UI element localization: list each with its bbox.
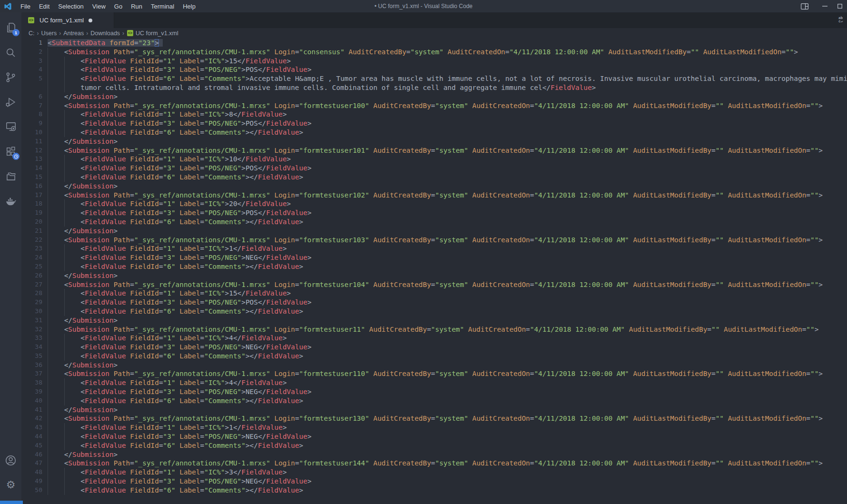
source-control-icon[interactable] — [0, 65, 21, 89]
line-number[interactable]: 18 — [21, 199, 42, 208]
menu-terminal[interactable]: Terminal — [147, 0, 178, 12]
code-row[interactable]: 33<FieldValue FieldId="1" Label="IC%">4<… — [48, 334, 847, 343]
code-row[interactable]: 9<FieldValue FieldId="3" Label="POS/NEG"… — [48, 119, 847, 128]
code-row[interactable]: 10<FieldValue FieldId="6" Label="Comment… — [48, 128, 847, 137]
code-line[interactable]: 15<FieldValue FieldId="6" Label="Comment… — [48, 173, 847, 182]
code-line[interactable]: 46</Submission> — [48, 450, 847, 459]
layout-icon[interactable] — [795, 0, 815, 12]
line-number[interactable]: 6 — [21, 92, 42, 101]
code-row[interactable]: 34<FieldValue FieldId="3" Label="POS/NEG… — [48, 343, 847, 352]
code-row[interactable]: 23<FieldValue FieldId="1" Label="IC%">1<… — [48, 244, 847, 253]
line-number[interactable]: 31 — [21, 316, 42, 325]
line-number[interactable]: 39 — [21, 387, 42, 396]
line-number[interactable]: 15 — [21, 173, 42, 182]
code-line[interactable]: 3<FieldValue FieldId="1" Label="IC%">15<… — [48, 57, 847, 66]
code-line[interactable]: 10<FieldValue FieldId="6" Label="Comment… — [48, 128, 847, 137]
code-line[interactable]: 36</Submission> — [48, 361, 847, 370]
code-row[interactable]: 18<FieldValue FieldId="1" Label="IC%">20… — [48, 199, 847, 208]
code-row[interactable]: 3<FieldValue FieldId="1" Label="IC%">15<… — [48, 57, 847, 66]
code-row[interactable]: 16</Submission> — [48, 182, 847, 191]
line-number[interactable]: 33 — [21, 334, 42, 343]
settings-gear-icon[interactable]: ⚙ — [0, 473, 21, 497]
code-row[interactable]: tumor cells. Intratumoral and stromal in… — [48, 83, 847, 92]
code-line[interactable]: 24<FieldValue FieldId="3" Label="POS/NEG… — [48, 253, 847, 262]
code-line[interactable]: 6</Submission> — [48, 92, 847, 101]
line-number[interactable]: 50 — [21, 486, 42, 495]
code-row[interactable]: 43<FieldValue FieldId="1" Label="IC%">1<… — [48, 423, 847, 432]
line-number[interactable]: 3 — [21, 57, 42, 66]
menu-run[interactable]: Run — [127, 0, 147, 12]
line-number[interactable]: 44 — [21, 432, 42, 441]
code-line[interactable]: 31</Submission> — [48, 316, 847, 325]
remote-explorer-icon[interactable] — [0, 114, 21, 139]
line-number[interactable]: 8 — [21, 110, 42, 119]
line-number[interactable]: 26 — [21, 271, 42, 280]
line-number[interactable]: 45 — [21, 441, 42, 450]
code-line[interactable]: 47<Submission Path="_sys_ref/annotations… — [48, 459, 847, 468]
code-row[interactable]: 37<Submission Path="_sys_ref/annotations… — [48, 369, 847, 378]
code-line[interactable]: 28<FieldValue FieldId="1" Label="IC%">15… — [48, 289, 847, 298]
code-line[interactable]: 19<FieldValue FieldId="3" Label="POS/NEG… — [48, 208, 847, 217]
extensions-icon[interactable] — [0, 139, 21, 164]
code-line[interactable]: 44<FieldValue FieldId="3" Label="POS/NEG… — [48, 432, 847, 441]
line-number[interactable]: 21 — [21, 227, 42, 236]
code-line[interactable]: 43<FieldValue FieldId="1" Label="IC%">1<… — [48, 423, 847, 432]
code-line[interactable]: 11</Submission> — [48, 137, 847, 146]
line-number[interactable]: 46 — [21, 450, 42, 459]
line-number[interactable]: 35 — [21, 352, 42, 361]
code-line[interactable]: 38<FieldValue FieldId="1" Label="IC%">4<… — [48, 378, 847, 387]
code-line[interactable]: 33<FieldValue FieldId="1" Label="IC%">4<… — [48, 334, 847, 343]
code-row[interactable]: 31</Submission> — [48, 316, 847, 325]
code-line[interactable]: 5<FieldValue FieldId="6" Label="Comments… — [48, 74, 847, 92]
breadcrumb-drive[interactable]: C: — [28, 30, 35, 37]
code-row[interactable]: 36</Submission> — [48, 361, 847, 370]
code-row[interactable]: 27<Submission Path="_sys_ref/annotations… — [48, 280, 847, 289]
menu-view[interactable]: View — [88, 0, 110, 12]
line-number[interactable]: 32 — [21, 325, 42, 334]
minimize-icon[interactable] — [815, 0, 835, 12]
line-number[interactable]: 11 — [21, 137, 42, 146]
code-line[interactable]: 39<FieldValue FieldId="3" Label="POS/NEG… — [48, 387, 847, 396]
line-number[interactable]: 36 — [21, 361, 42, 370]
code-line[interactable]: 45<FieldValue FieldId="6" Label="Comment… — [48, 441, 847, 450]
editor-pane[interactable]: 1<SubmittedData formId="23">2<Submission… — [21, 38, 847, 504]
code-row[interactable]: 22<Submission Path="_sys_ref/annotations… — [48, 236, 847, 245]
code-line[interactable]: 48<FieldValue FieldId="1" Label="IC%">3<… — [48, 468, 847, 477]
code-line[interactable]: 9<FieldValue FieldId="3" Label="POS/NEG"… — [48, 119, 847, 128]
code-line[interactable]: 40<FieldValue FieldId="6" Label="Comment… — [48, 396, 847, 405]
menu-help[interactable]: Help — [178, 0, 200, 12]
code-line[interactable]: 17<Submission Path="_sys_ref/annotations… — [48, 191, 847, 200]
code-row[interactable]: 12<Submission Path="_sys_ref/annotations… — [48, 146, 847, 155]
line-number[interactable]: 2 — [21, 48, 42, 57]
line-number[interactable]: 17 — [21, 191, 42, 200]
search-icon[interactable] — [0, 40, 21, 65]
code-row[interactable]: 21</Submission> — [48, 227, 847, 236]
code-line[interactable]: 21</Submission> — [48, 227, 847, 236]
code-row[interactable]: 25<FieldValue FieldId="6" Label="Comment… — [48, 262, 847, 271]
line-number[interactable]: 25 — [21, 262, 42, 271]
code-line[interactable]: 50<FieldValue FieldId="6" Label="Comment… — [48, 486, 847, 495]
code-row[interactable]: 45<FieldValue FieldId="6" Label="Comment… — [48, 441, 847, 450]
code-line[interactable]: 7<Submission Path="_sys_ref/annotations/… — [48, 101, 847, 110]
line-number[interactable]: 4 — [21, 65, 42, 74]
line-number[interactable]: 16 — [21, 182, 42, 191]
code-area[interactable]: 1<SubmittedData formId="23">2<Submission… — [21, 38, 847, 495]
code-line[interactable]: 2<Submission Path="_sys_ref/annotations/… — [48, 48, 847, 57]
folders-icon[interactable] — [0, 164, 21, 188]
line-number[interactable]: 10 — [21, 128, 42, 137]
code-row[interactable]: 20<FieldValue FieldId="6" Label="Comment… — [48, 217, 847, 227]
code-line[interactable]: 4<FieldValue FieldId="3" Label="POS/NEG"… — [48, 65, 847, 74]
code-line[interactable]: 1<SubmittedData formId="23"> — [48, 39, 847, 48]
menu-selection[interactable]: Selection — [54, 0, 88, 12]
line-number[interactable]: 23 — [21, 244, 42, 253]
line-number[interactable]: 7 — [21, 101, 42, 110]
code-row[interactable]: 15<FieldValue FieldId="6" Label="Comment… — [48, 173, 847, 182]
code-line[interactable]: 29<FieldValue FieldId="3" Label="POS/NEG… — [48, 298, 847, 307]
code-row[interactable]: 44<FieldValue FieldId="3" Label="POS/NEG… — [48, 432, 847, 441]
code-line[interactable]: 13<FieldValue FieldId="1" Label="IC%">10… — [48, 155, 847, 164]
code-line[interactable]: 34<FieldValue FieldId="3" Label="POS/NEG… — [48, 343, 847, 352]
line-number[interactable]: 30 — [21, 307, 42, 316]
line-number[interactable]: 41 — [21, 405, 42, 415]
line-number[interactable]: 34 — [21, 343, 42, 352]
breadcrumb-antreas[interactable]: Antreas — [63, 30, 84, 37]
